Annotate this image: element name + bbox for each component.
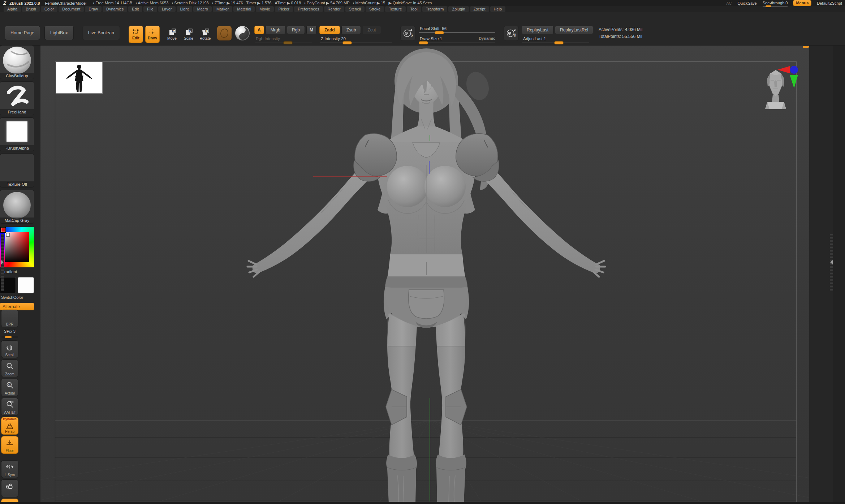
menu-color[interactable]: Color — [41, 7, 57, 12]
menu-zscript[interactable]: Zscript — [470, 7, 489, 12]
menu-alpha[interactable]: Alpha — [4, 7, 21, 12]
scale-button[interactable]: S Scale — [182, 26, 195, 43]
replay-last-rel-button[interactable]: ReplayLastRel — [555, 26, 593, 34]
home-page-button[interactable]: Home Page — [5, 26, 40, 40]
lightbox-button[interactable]: LightBox — [45, 26, 73, 40]
focal-shift-slider[interactable]: Focal Shift -56 — [419, 26, 495, 34]
slot-label: ClayBuildup — [0, 73, 34, 79]
rgb-toggle[interactable]: Rgb — [287, 26, 305, 34]
menu-picker[interactable]: Picker — [275, 7, 293, 12]
texture-ellipse-icon — [219, 28, 230, 39]
z-intensity-track — [320, 43, 392, 43]
menu-marker[interactable]: Marker — [213, 7, 232, 12]
rgb-intensity-knob[interactable] — [284, 42, 292, 44]
slot-freehand[interactable]: FreeHand — [0, 82, 34, 115]
slot-textureoff[interactable]: Texture Off — [0, 154, 34, 187]
draw-size-knob[interactable] — [419, 42, 428, 44]
left-tray-grip[interactable] — [1, 234, 4, 291]
secondary-color-swatch[interactable] — [18, 277, 34, 293]
right-tray-grip[interactable] — [830, 234, 833, 291]
menu-render[interactable]: Render — [324, 7, 344, 12]
menu-light[interactable]: Light — [177, 7, 193, 12]
brush-slots: ClayBuildup FreeHand~BrushAlphaTexture O… — [0, 46, 35, 223]
rotate-button[interactable]: R Rotate — [198, 26, 212, 43]
z-intensity-knob[interactable] — [343, 42, 352, 44]
menu-draw[interactable]: Draw — [85, 7, 102, 12]
stroke-selector-button[interactable]: S — [401, 26, 415, 40]
floor-button[interactable]: Floor — [1, 436, 18, 453]
spix-knob[interactable] — [5, 336, 12, 338]
color-a-toggle[interactable]: A — [255, 26, 264, 34]
move-button[interactable]: M Move — [165, 26, 179, 43]
axis-orientation-widget[interactable] — [773, 63, 806, 93]
right-grip-arrow-icon — [830, 260, 833, 264]
menu-tool[interactable]: Tool — [407, 7, 421, 12]
replay-last-button[interactable]: ReplayLast — [522, 26, 553, 34]
lsym-button[interactable]: L.Sym — [1, 461, 18, 478]
dynamic-label[interactable]: Dynamic — [479, 36, 495, 40]
curve-selector-button[interactable]: D — [504, 26, 518, 40]
lock-icon — [5, 481, 14, 491]
current-texture-button[interactable] — [217, 26, 232, 40]
draw-size-slider[interactable]: Draw Size 1 Dynamic — [419, 36, 495, 44]
zsub-toggle[interactable]: Zsub — [342, 26, 361, 34]
rgb-intensity-slider[interactable]: Rgb Intensity — [255, 36, 312, 44]
sculpt-viewport[interactable] — [40, 46, 809, 502]
edit-button[interactable]: Edit — [129, 26, 143, 43]
alternate-button[interactable]: Alternate — [0, 303, 34, 310]
see-through-slider[interactable]: See-through 0 — [763, 1, 788, 5]
menu-movie[interactable]: Movie — [256, 7, 273, 12]
z-intensity-slider[interactable]: Z Intensity 20 — [320, 36, 392, 44]
menu-material[interactable]: Material — [233, 7, 255, 12]
live-boolean-button[interactable]: Live Boolean — [83, 26, 120, 40]
current-material-button[interactable] — [235, 26, 250, 40]
tray-handle[interactable] — [803, 46, 809, 48]
menu-stroke[interactable]: Stroke — [366, 7, 384, 12]
zcut-toggle[interactable]: Zcut — [363, 26, 380, 34]
camlock-button[interactable] — [1, 480, 18, 497]
zoom-button[interactable]: Zoom — [1, 360, 18, 377]
title-stat: • Scratch Disk 12193 — [172, 1, 208, 5]
menu-stencil[interactable]: Stencil — [345, 7, 365, 12]
spix-slider[interactable]: SPix 3 — [1, 329, 18, 339]
menu-layer[interactable]: Layer — [158, 7, 176, 12]
menu-brush[interactable]: Brush — [22, 7, 40, 12]
sv-marker[interactable] — [6, 233, 10, 237]
slot-claybuildup[interactable]: ClayBuildup — [0, 46, 34, 79]
model-female-character[interactable] — [246, 46, 607, 502]
menus-button[interactable]: Menus — [793, 0, 811, 6]
menu-edit[interactable]: Edit — [128, 7, 142, 12]
hue-marker[interactable] — [1, 228, 5, 232]
default-zscript-button[interactable]: DefaultZScript — [817, 1, 842, 5]
focal-shift-knob[interactable] — [435, 31, 444, 34]
menu-help[interactable]: Help — [490, 7, 506, 12]
menu-file[interactable]: File — [143, 7, 157, 12]
aahalf-button[interactable]: AAHalf — [1, 398, 18, 415]
menu-preferences[interactable]: Preferences — [294, 7, 323, 12]
y-axis-cone[interactable] — [790, 75, 798, 88]
color-picker[interactable] — [0, 227, 34, 267]
adjust-last-slider[interactable]: AdjustLast 1 — [522, 36, 589, 44]
scroll-button[interactable]: Scroll — [1, 341, 18, 358]
material-swirl-icon — [235, 26, 250, 40]
actual-button[interactable]: x1Actual — [1, 379, 18, 396]
menu-dynamics[interactable]: Dynamics — [103, 7, 127, 12]
draw-button[interactable]: Draw — [146, 26, 159, 43]
m-toggle[interactable]: M — [307, 26, 316, 34]
menu-document[interactable]: Document — [59, 7, 84, 12]
adjust-last-knob[interactable] — [555, 42, 563, 44]
menu-macro[interactable]: Macro — [193, 7, 212, 12]
menu-texture[interactable]: Texture — [385, 7, 405, 12]
quicksave-button[interactable]: QuickSave — [738, 1, 757, 5]
bpr-button[interactable]: BPR — [1, 310, 18, 327]
zadd-toggle[interactable]: Zadd — [320, 26, 340, 34]
slot-matcapgray[interactable]: MatCap Gray — [0, 190, 34, 223]
mrgb-toggle[interactable]: Mrgb — [266, 26, 285, 34]
z-axis-dot[interactable] — [790, 66, 798, 74]
persp-button[interactable]: DynamicPersp — [1, 417, 18, 434]
menu-zplugin[interactable]: Zplugin — [448, 7, 469, 12]
see-through-knob[interactable] — [766, 5, 771, 7]
menu-transform[interactable]: Transform — [422, 7, 448, 12]
x-axis-cone[interactable] — [777, 66, 790, 73]
slot-brushalpha[interactable]: ~BrushAlpha — [0, 118, 34, 151]
